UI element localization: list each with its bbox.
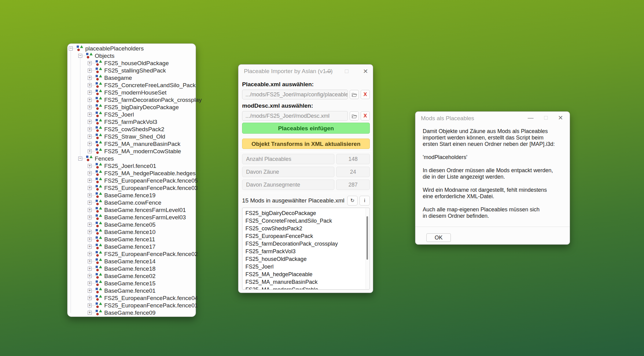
expander-icon[interactable]: + bbox=[88, 237, 92, 241]
expander-icon[interactable]: − bbox=[69, 46, 73, 50]
list-item[interactable]: FS25_ConcreteFreeLandSilo_Pack bbox=[245, 217, 370, 225]
tree-item[interactable]: −Fences bbox=[68, 155, 196, 162]
tree-item[interactable]: +BaseGame.fence17 bbox=[68, 243, 196, 250]
expander-icon[interactable]: + bbox=[88, 61, 92, 65]
tree-item[interactable]: +FS25_farmPackVol3 bbox=[68, 118, 196, 126]
insert-placeables-button[interactable]: Placeables einfügen bbox=[242, 123, 370, 134]
close-icon[interactable]: ✕ bbox=[359, 66, 372, 77]
list-item[interactable]: FS25_MA_manureBasinPack bbox=[245, 278, 370, 286]
tree-item[interactable]: +FS25_houseOldPackage bbox=[68, 60, 196, 67]
tree-item[interactable]: +BaseGame.fencesFarmLevel03 bbox=[68, 214, 196, 221]
list-item[interactable]: FS25_Joerl bbox=[245, 263, 370, 271]
mods-listbox[interactable]: FS25_bigDairyDecoPackageFS25_ConcreteFre… bbox=[242, 208, 370, 290]
tree-item[interactable]: +BaseGame.fence11 bbox=[68, 236, 196, 243]
minimize-icon[interactable]: — bbox=[322, 66, 334, 77]
tree-item[interactable]: +FS25_EuropeanFencePack.fence01 bbox=[68, 302, 196, 309]
tree-item[interactable]: +FS25_EuropeanFencePack.fence05 bbox=[68, 177, 196, 184]
tree-item[interactable]: +FS25_Joerl.fence01 bbox=[68, 162, 196, 170]
browse-moddesc-button[interactable] bbox=[350, 111, 359, 121]
expander-icon[interactable]: + bbox=[88, 193, 92, 197]
tree-item[interactable]: −placeablePlaceholders bbox=[68, 45, 196, 52]
tree-item[interactable]: +FS25_EuropeanFencePack.fence03 bbox=[68, 184, 196, 192]
expander-icon[interactable]: + bbox=[88, 186, 92, 190]
list-item[interactable]: FS25_MA_hedgePlaceable bbox=[245, 271, 370, 278]
tree-item[interactable]: +BaseGame.fence10 bbox=[68, 228, 196, 236]
expander-icon[interactable]: + bbox=[88, 127, 92, 131]
tree-item[interactable]: +BaseGame.fence01 bbox=[68, 287, 196, 295]
expander-icon[interactable]: + bbox=[88, 149, 92, 153]
expander-icon[interactable]: + bbox=[88, 135, 92, 139]
expander-icon[interactable]: + bbox=[88, 245, 92, 249]
tree-item[interactable]: +FS25_Joerl bbox=[68, 111, 196, 118]
expander-icon[interactable]: + bbox=[88, 230, 92, 234]
expander-icon[interactable]: + bbox=[88, 105, 92, 109]
tree-item[interactable]: +BaseGame.fence19 bbox=[68, 192, 196, 199]
tree-item[interactable]: +BaseGame.fence05 bbox=[68, 221, 196, 228]
moddesc-xml-path-field[interactable]: .../mods/FS25_Joerl/modDesc.xml bbox=[242, 111, 348, 121]
infobox-titlebar[interactable]: Mods als Placeables — □ ✕ bbox=[415, 112, 570, 125]
expander-icon[interactable]: + bbox=[88, 120, 92, 124]
list-item[interactable]: FS25_farmDecorationPack_crossplay bbox=[245, 240, 370, 248]
tree-item[interactable]: +FS25_EuropeanFencePack.fence02 bbox=[68, 250, 196, 258]
tree-item[interactable]: +FS25_cowShedsPack2 bbox=[68, 126, 196, 133]
expander-icon[interactable]: − bbox=[78, 54, 82, 58]
expander-icon[interactable]: + bbox=[88, 179, 92, 183]
tree-item[interactable]: +BaseGame.fence15 bbox=[68, 280, 196, 287]
expander-icon[interactable]: + bbox=[88, 164, 92, 168]
scrollbar-track[interactable] bbox=[366, 208, 369, 289]
expander-icon[interactable]: + bbox=[88, 171, 92, 175]
list-item[interactable]: FS25_MA_modernCowStable bbox=[245, 286, 370, 290]
expander-icon[interactable]: + bbox=[88, 83, 92, 87]
update-transforms-button[interactable]: Objekt Transforms in XML aktualisieren bbox=[242, 139, 370, 149]
expander-icon[interactable]: + bbox=[88, 69, 92, 72]
ok-button[interactable]: OK bbox=[426, 233, 451, 242]
list-item[interactable]: FS25_bigDairyDecoPackage bbox=[245, 210, 370, 217]
scrollbar-thumb[interactable] bbox=[366, 216, 368, 260]
expander-icon[interactable]: + bbox=[88, 259, 92, 263]
clear-moddesc-button[interactable]: X bbox=[361, 111, 370, 121]
list-item[interactable]: FS25_farmPackVol3 bbox=[245, 248, 370, 255]
expander-icon[interactable]: + bbox=[88, 208, 92, 212]
importer-titlebar[interactable]: Placeable Importer by Aslan (v1.0) — □ ✕ bbox=[238, 65, 373, 78]
expander-icon[interactable]: + bbox=[88, 98, 92, 102]
tree-item[interactable]: +BaseGame.fence02 bbox=[68, 273, 196, 280]
tree-item[interactable]: +BaseGame.fence14 bbox=[68, 258, 196, 265]
expander-icon[interactable]: + bbox=[88, 281, 92, 285]
expander-icon[interactable]: + bbox=[88, 311, 92, 315]
expander-icon[interactable]: + bbox=[88, 289, 92, 293]
list-item[interactable]: FS25_houseOldPackage bbox=[245, 255, 370, 263]
expander-icon[interactable]: + bbox=[88, 267, 92, 271]
expander-icon[interactable]: + bbox=[88, 223, 92, 227]
placeable-xml-path-field[interactable]: .../mods/FS25_Joerl/map/config/placeable… bbox=[242, 90, 348, 99]
list-item[interactable]: FS25_cowShedsPack2 bbox=[245, 225, 370, 232]
tree-item[interactable]: +FS25_modernHouseSet bbox=[68, 89, 196, 96]
info-button[interactable]: i bbox=[359, 196, 370, 206]
browse-placeable-button[interactable] bbox=[350, 90, 359, 99]
close-icon[interactable]: ✕ bbox=[554, 112, 567, 123]
tree-item[interactable]: +FS25_bigDairyDecoPackage bbox=[68, 104, 196, 111]
tree-item[interactable]: +BaseGame.fencesFarmLevel01 bbox=[68, 206, 196, 214]
tree-item[interactable]: +FS25_MA_manureBasinPack bbox=[68, 140, 196, 148]
expander-icon[interactable]: + bbox=[88, 91, 92, 95]
expander-icon[interactable]: − bbox=[78, 157, 82, 161]
tree-item[interactable]: +FS25_Straw_Shed_Old bbox=[68, 133, 196, 140]
minimize-icon[interactable]: — bbox=[524, 112, 537, 123]
tree-item[interactable]: +FS25_EuropeanFencePack.fence04 bbox=[68, 295, 196, 302]
tree-item[interactable]: +BaseGame.cowFence bbox=[68, 199, 196, 206]
expander-icon[interactable]: + bbox=[88, 252, 92, 256]
tree-item[interactable]: +FS25_farmDecorationPack_crossplay bbox=[68, 96, 196, 104]
tree-item[interactable]: +FS25_stallingShedPack bbox=[68, 67, 196, 74]
expander-icon[interactable]: + bbox=[88, 113, 92, 117]
tree-item[interactable]: +Basegame bbox=[68, 74, 196, 82]
expander-icon[interactable]: + bbox=[88, 303, 92, 307]
tree-item[interactable]: +FS25_ConcreteFreeLandSilo_Pack bbox=[68, 82, 196, 89]
expander-icon[interactable]: + bbox=[88, 296, 92, 300]
expander-icon[interactable]: + bbox=[88, 76, 92, 80]
tree-item[interactable]: +FS25_MA_modernCowStable bbox=[68, 148, 196, 155]
expander-icon[interactable]: + bbox=[88, 142, 92, 146]
tree-item[interactable]: −Objects bbox=[68, 52, 196, 60]
expander-icon[interactable]: + bbox=[88, 201, 92, 205]
refresh-button[interactable]: ↻ bbox=[347, 196, 358, 206]
expander-icon[interactable]: + bbox=[88, 215, 92, 219]
clear-placeable-button[interactable]: X bbox=[361, 90, 370, 99]
